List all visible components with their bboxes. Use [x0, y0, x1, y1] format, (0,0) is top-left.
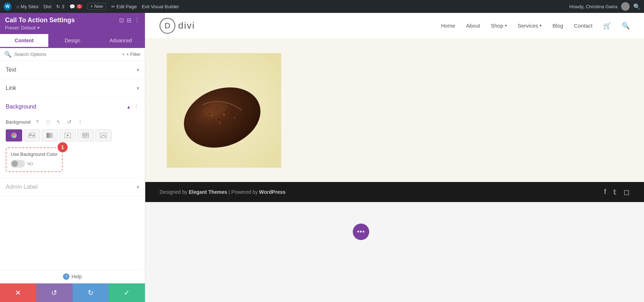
- updates-icon: ↻: [56, 4, 60, 9]
- help-icon: ?: [63, 273, 69, 280]
- svg-point-18: [218, 118, 220, 120]
- use-bg-color-wrapper: Use Background Color NO: [6, 147, 63, 172]
- preset-row[interactable]: Preset: Default ▾: [5, 25, 140, 30]
- svg-rect-6: [82, 133, 89, 138]
- background-label-row: Background ? □ ↖ ↺ ⋮: [6, 118, 139, 126]
- svg-point-19: [227, 120, 228, 122]
- panel-footer: ✕ ↺ ↻ ✓: [0, 283, 145, 302]
- divi-link[interactable]: Divi: [44, 4, 52, 9]
- background-chevron-icon: [127, 104, 130, 110]
- panel-more-icon[interactable]: ⋮: [134, 17, 140, 24]
- site-menu: Home About Shop ▾ Services ▾ Blog Contac…: [441, 22, 630, 30]
- nav-blog[interactable]: Blog: [552, 23, 563, 29]
- footer-text: Designed by Elegant Themes | Powered by …: [160, 189, 286, 195]
- admin-label-chevron-icon: [137, 184, 139, 190]
- filter-label: + Filter: [126, 52, 141, 57]
- exit-builder-link[interactable]: Exit Visual Builder: [142, 4, 179, 9]
- bg-more-icon[interactable]: ⋮: [76, 118, 84, 126]
- logo-d-letter: D: [165, 21, 170, 30]
- bg-pointer-icon[interactable]: ↖: [55, 118, 63, 126]
- nav-about[interactable]: About: [466, 23, 480, 29]
- bg-type-tabs: [6, 129, 139, 142]
- bg-undo-icon[interactable]: ↺: [65, 118, 73, 126]
- bg-color-toggle[interactable]: [11, 160, 25, 168]
- filter-button[interactable]: + + Filter: [122, 52, 141, 57]
- edit-page-link[interactable]: ✏ Edit Page: [111, 4, 137, 9]
- site-footer: Designed by Elegant Themes | Powered by …: [145, 182, 644, 202]
- svg-point-25: [223, 114, 225, 116]
- instagram-icon[interactable]: ◻: [624, 188, 630, 196]
- nav-contact[interactable]: Contact: [574, 23, 592, 29]
- panel-header: Call To Action Settings ⊡ ⊟ ⋮ Preset: De…: [0, 13, 145, 34]
- bg-type-color-btn[interactable]: [6, 129, 22, 142]
- page-content-area: [145, 39, 644, 182]
- panel-expand-icon[interactable]: ⊟: [127, 17, 131, 24]
- facebook-icon[interactable]: f: [604, 188, 606, 196]
- svg-marker-5: [67, 134, 69, 136]
- bg-type-mask-btn[interactable]: [95, 129, 112, 142]
- bg-color-toggle-row: NO: [11, 160, 58, 168]
- link-chevron-icon: [137, 85, 139, 91]
- wordpress-icon[interactable]: W: [4, 3, 11, 10]
- text-section: Text: [0, 61, 145, 79]
- floating-dots-button[interactable]: •••: [353, 224, 369, 240]
- site-logo: D divi: [160, 18, 195, 34]
- nav-shop[interactable]: Shop ▾: [491, 23, 507, 29]
- plus-icon: +: [91, 4, 93, 9]
- bg-device-icon[interactable]: □: [44, 118, 52, 126]
- background-section-title: Background: [6, 104, 36, 110]
- bg-type-gradient-btn[interactable]: [42, 129, 58, 142]
- user-avatar[interactable]: [621, 2, 630, 11]
- cart-icon[interactable]: 🛒: [603, 22, 611, 30]
- undo-button[interactable]: ↺: [36, 283, 72, 302]
- my-sites-link[interactable]: ⌂ My Sites: [16, 4, 39, 9]
- redo-button[interactable]: ↻: [73, 283, 109, 302]
- nav-services[interactable]: Services ▾: [518, 23, 542, 29]
- search-options-input[interactable]: [14, 52, 119, 57]
- background-section-header[interactable]: Background ⋮: [0, 97, 145, 116]
- nav-home[interactable]: Home: [441, 23, 455, 29]
- user-greeting: Howdy, Christina Gwira: [569, 4, 618, 9]
- search-row: 🔍 + + Filter: [0, 48, 145, 61]
- site-nav: D divi Home About Shop ▾ Services ▾ Blog…: [145, 13, 644, 39]
- svg-point-27: [234, 117, 235, 118]
- comments-icon: 💬: [69, 4, 75, 9]
- save-button[interactable]: ✓: [109, 283, 145, 302]
- bg-type-image-btn[interactable]: [24, 129, 40, 142]
- link-section-header[interactable]: Link: [0, 79, 145, 97]
- help-label: Help: [72, 274, 82, 279]
- tab-content[interactable]: Content: [0, 34, 48, 48]
- svg-point-21: [238, 111, 239, 113]
- twitter-icon[interactable]: 𝕥: [613, 188, 616, 196]
- tab-advanced[interactable]: Advanced: [97, 34, 145, 48]
- footer-social: f 𝕥 ◻: [604, 188, 630, 196]
- svg-point-24: [211, 115, 212, 116]
- toggle-knob: [11, 160, 18, 167]
- text-chevron-icon: [137, 67, 139, 73]
- panel-responsive-icon[interactable]: ⊡: [119, 17, 124, 24]
- help-row[interactable]: ? Help: [0, 269, 145, 283]
- admin-label-section-header[interactable]: Admin Label: [0, 178, 145, 196]
- search-icon-topbar[interactable]: 🔍: [633, 3, 640, 10]
- background-section-content: Background ? □ ↖ ↺ ⋮: [0, 116, 145, 178]
- pencil-icon: ✏: [111, 4, 115, 9]
- link-section: Link: [0, 79, 145, 97]
- background-menu-icon[interactable]: ⋮: [133, 103, 139, 110]
- tab-design[interactable]: Design: [48, 34, 97, 48]
- new-button[interactable]: + New: [87, 3, 106, 10]
- text-section-header[interactable]: Text: [0, 61, 145, 79]
- link-section-title: Link: [6, 85, 16, 91]
- updates-link[interactable]: ↻ 3: [56, 4, 64, 9]
- bg-type-pattern-btn[interactable]: [77, 129, 94, 142]
- filter-plus-icon: +: [122, 52, 125, 57]
- admin-label-section: Admin Label: [0, 178, 145, 196]
- search-icon-nav[interactable]: 🔍: [622, 22, 630, 30]
- search-icon: 🔍: [4, 51, 11, 58]
- bg-help-icon[interactable]: ?: [33, 118, 41, 126]
- bg-type-video-btn[interactable]: [59, 129, 76, 142]
- toggle-no-label: NO: [27, 162, 33, 166]
- text-section-title: Text: [6, 67, 16, 73]
- comments-link[interactable]: 💬 0: [69, 4, 82, 9]
- bread-image: [167, 53, 281, 168]
- cancel-button[interactable]: ✕: [0, 283, 36, 302]
